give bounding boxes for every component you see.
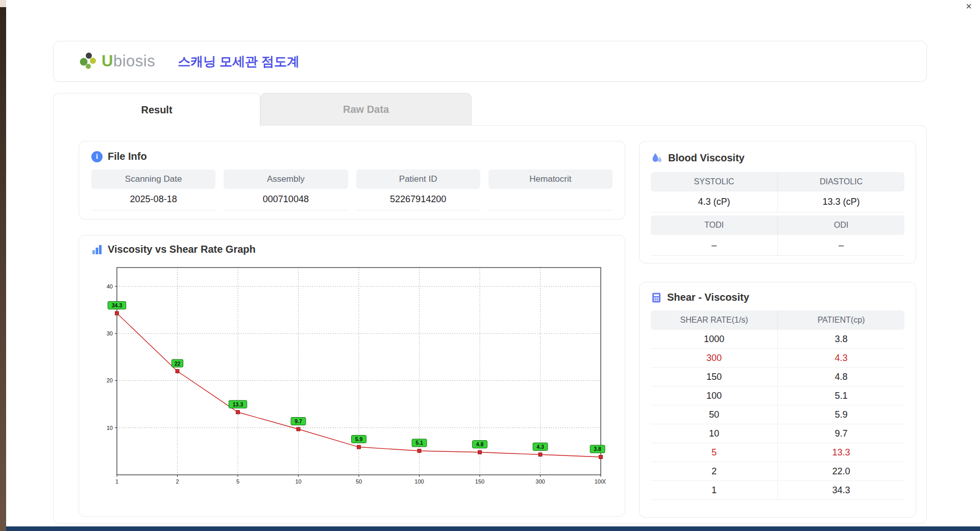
table-row: 50 5.9 (651, 405, 904, 424)
logo-text: Ubiosis (102, 52, 155, 70)
close-icon[interactable]: × (966, 1, 972, 11)
svg-text:100: 100 (414, 478, 424, 485)
table-row: 300 4.3 (651, 349, 904, 368)
svg-text:1000: 1000 (595, 478, 606, 485)
info-icon: i (91, 151, 103, 162)
sv-patient: 34.3 (778, 481, 904, 499)
svg-text:10: 10 (107, 425, 113, 431)
graph-title: Viscosity vs Shear Rate Graph (108, 244, 256, 255)
field-value: 52267914200 (356, 189, 480, 210)
svg-text:5.1: 5.1 (415, 440, 423, 446)
svg-text:30: 30 (107, 330, 113, 336)
sv-patient: 5.9 (778, 405, 904, 424)
field-value (488, 189, 612, 210)
file-info-title-row: i File Info (91, 151, 612, 162)
background-bottom-strip (6, 526, 980, 531)
logo: Ubiosis (78, 51, 155, 72)
field-value: 2025-08-18 (91, 189, 215, 210)
logo-u: U (102, 52, 113, 70)
sv-patient: 4.8 (778, 368, 904, 386)
graph-title-row: Viscosity vs Shear Rate Graph (91, 244, 612, 255)
bv-value-diastolic: 13.3 (cP) (778, 191, 904, 212)
shear-viscosity-table: SHEAR RATE(1/s) PATIENT(cp) 1000 3.8 300… (651, 310, 904, 500)
sv-patient: 9.7 (778, 424, 904, 443)
droplets-icon (651, 152, 663, 164)
logo-dots-icon (78, 51, 100, 72)
shear-viscosity-title: Shear - Viscosity (667, 292, 749, 303)
table-row: 5 13.3 (651, 443, 904, 462)
bv-value-row: 4.3 (cP) 13.3 (cP) (651, 191, 904, 212)
field-scanning-date: Scanning Date 2025-08-18 (91, 170, 215, 210)
viscosity-graph-card: Viscosity vs Shear Rate Graph 1251050100… (79, 235, 625, 517)
svg-text:9.7: 9.7 (295, 418, 302, 424)
sv-col-shear-rate: SHEAR RATE(1/s) (651, 310, 778, 330)
bar-chart-icon (91, 244, 103, 255)
field-value: 000710048 (224, 189, 348, 210)
blood-viscosity-title-row: Blood Viscosity (651, 152, 904, 164)
field-label: Scanning Date (91, 170, 215, 189)
field-label: Hematocrit (488, 170, 612, 189)
svg-text:40: 40 (107, 283, 113, 289)
svg-text:300: 300 (535, 478, 545, 485)
blood-viscosity-card: Blood Viscosity SYSTOLIC DIASTOLIC 4.3 (… (639, 141, 916, 263)
sv-header-row: SHEAR RATE(1/s) PATIENT(cp) (651, 310, 904, 330)
svg-text:2: 2 (176, 478, 179, 485)
table-row: 10 9.7 (651, 424, 904, 443)
sv-shear: 150 (651, 368, 778, 386)
sv-shear: 50 (651, 405, 778, 424)
svg-text:1: 1 (115, 478, 118, 485)
field-assembly: Assembly 000710048 (224, 170, 348, 210)
svg-text:50: 50 (356, 478, 362, 485)
sv-patient: 22.0 (778, 462, 904, 480)
file-info-title: File Info (108, 151, 147, 162)
table-row: 100 5.1 (651, 387, 904, 405)
tab-raw-data[interactable]: Raw Data (260, 93, 472, 126)
sv-shear: 1000 (651, 330, 778, 348)
bv-header-systolic: SYSTOLIC (651, 172, 778, 191)
sv-shear: 300 (651, 349, 778, 367)
header-card: Ubiosis 스캐닝 모세관 점도계 (53, 41, 927, 82)
svg-text:4.3: 4.3 (536, 444, 544, 450)
sv-shear: 5 (651, 443, 778, 462)
field-label: Assembly (224, 170, 348, 189)
field-patient-id: Patient ID 52267914200 (356, 170, 480, 210)
svg-text:5: 5 (236, 478, 239, 485)
app-window: × Ubiosis 스캐닝 모세관 점도계 Result Raw Data i … (0, 0, 980, 531)
table-row: 2 22.0 (651, 462, 904, 481)
sv-shear: 100 (651, 387, 778, 405)
table-row: 150 4.8 (651, 368, 904, 387)
sv-patient: 13.3 (778, 443, 904, 462)
bv-header-diastolic: DIASTOLIC (778, 172, 904, 191)
field-hematocrit: Hematocrit (488, 170, 612, 210)
table-row: 1 34.3 (651, 481, 904, 500)
sv-patient: 3.8 (778, 330, 904, 348)
bv-header-odi: ODI (778, 215, 904, 235)
bv-value-row-2: – – (651, 235, 904, 256)
page-title: 스캐닝 모세관 점도계 (178, 53, 300, 70)
sv-shear: 2 (651, 462, 778, 480)
background-corner (0, 0, 6, 7)
file-info-fields: Scanning Date 2025-08-18 Assembly 000710… (91, 170, 612, 210)
shear-viscosity-card: Shear - Viscosity SHEAR RATE(1/s) PATIEN… (639, 282, 916, 518)
svg-text:3.8: 3.8 (594, 446, 601, 452)
sv-patient: 4.3 (778, 349, 904, 367)
background-left-strip (0, 0, 6, 531)
shear-viscosity-title-row: Shear - Viscosity (651, 292, 904, 303)
bv-value-systolic: 4.3 (cP) (651, 191, 778, 212)
bv-header-todi: TODI (651, 215, 778, 235)
blood-viscosity-title: Blood Viscosity (668, 152, 745, 164)
svg-text:150: 150 (475, 478, 484, 485)
file-info-card: i File Info Scanning Date 2025-08-18 Ass… (79, 141, 625, 220)
tab-result[interactable]: Result (53, 93, 260, 126)
sv-patient: 5.1 (778, 387, 904, 405)
calculator-icon (651, 292, 662, 303)
bv-value-odi: – (778, 235, 904, 256)
bv-value-todi: – (651, 235, 778, 256)
sv-shear: 1 (651, 481, 778, 499)
svg-text:10: 10 (295, 478, 301, 485)
svg-text:5.9: 5.9 (355, 436, 363, 442)
svg-text:4.8: 4.8 (476, 441, 484, 447)
bv-header-row: SYSTOLIC DIASTOLIC (651, 172, 904, 191)
svg-text:22: 22 (175, 360, 181, 367)
bv-header-row-2: TODI ODI (651, 215, 904, 235)
